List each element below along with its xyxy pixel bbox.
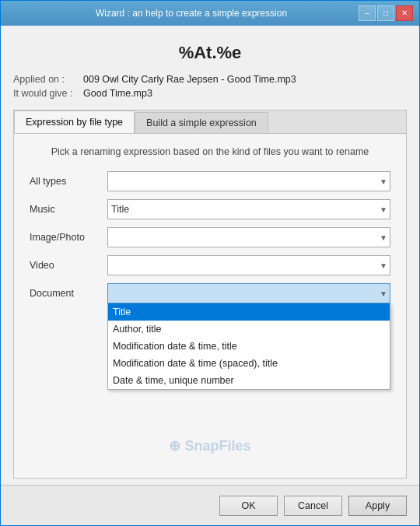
tab-expression-by-file-type[interactable]: Expression by file type (14, 110, 135, 133)
window-controls: – □ ✕ (359, 5, 413, 21)
document-label: Document (30, 288, 107, 299)
ok-button[interactable]: OK (219, 496, 278, 516)
music-select[interactable]: Title (107, 199, 390, 219)
all-types-select[interactable] (107, 171, 390, 191)
window-title: Wizard : an help to create a simple expr… (24, 8, 359, 19)
watermark: ⊕ SnapFiles (169, 437, 250, 454)
cancel-button[interactable]: Cancel (284, 496, 342, 516)
document-row: Document ▼ Title Author, title Modificat… (30, 283, 390, 303)
applied-label: Applied on : (13, 74, 83, 85)
video-label: Video (30, 260, 107, 271)
image-photo-row: Image/Photo ▼ (30, 227, 390, 247)
music-select-wrapper: Title ▼ (107, 199, 390, 219)
dropdown-item-title[interactable]: Title (108, 303, 390, 321)
all-types-select-wrapper: ▼ (107, 171, 390, 191)
video-row: Video ▼ (30, 255, 390, 275)
content-area: %At.%e Applied on : 009 Owl City Carly R… (1, 26, 419, 485)
tab-instruction: Pick a renaming expression based on the … (30, 146, 390, 157)
dropdown-item-mod-datetime-title[interactable]: Modification date & time, title (108, 338, 390, 355)
result-label: It would give : (13, 88, 83, 99)
tab-content-area: Pick a renaming expression based on the … (14, 134, 406, 478)
tabs-container: Expression by file type Build a simple e… (13, 110, 407, 479)
result-value: Good Time.mp3 (83, 88, 152, 99)
document-select[interactable] (107, 283, 390, 303)
maximize-button[interactable]: □ (377, 5, 394, 21)
document-select-wrapper: ▼ Title Author, title Modification date … (107, 283, 390, 303)
image-photo-label: Image/Photo (30, 232, 107, 243)
bottom-bar: OK Cancel Apply (1, 485, 419, 525)
tab-build-simple-expression[interactable]: Build a simple expression (135, 112, 268, 133)
applied-row: Applied on : 009 Owl City Carly Rae Jeps… (13, 74, 407, 85)
document-dropdown: Title Author, title Modification date & … (107, 303, 390, 390)
image-select[interactable] (107, 227, 390, 247)
apply-button[interactable]: Apply (348, 496, 407, 516)
title-bar: Wizard : an help to create a simple expr… (1, 1, 419, 26)
video-select-wrapper: ▼ (107, 255, 390, 275)
tab-bar: Expression by file type Build a simple e… (14, 110, 406, 134)
expression-display: %At.%e (13, 35, 407, 74)
dropdown-item-date-unique[interactable]: Date & time, unique number (108, 372, 390, 389)
close-button[interactable]: ✕ (396, 5, 413, 21)
minimize-button[interactable]: – (359, 5, 376, 21)
result-row: It would give : Good Time.mp3 (13, 88, 407, 99)
video-select[interactable] (107, 255, 390, 275)
music-label: Music (30, 204, 107, 215)
dropdown-item-author-title[interactable]: Author, title (108, 321, 390, 338)
applied-value: 009 Owl City Carly Rae Jepsen - Good Tim… (83, 74, 296, 85)
dropdown-item-mod-datetime-spaced[interactable]: Modification date & time (spaced), title (108, 355, 390, 372)
image-select-wrapper: ▼ (107, 227, 390, 247)
music-row: Music Title ▼ (30, 199, 390, 219)
all-types-row: All types ▼ (30, 171, 390, 191)
main-window: Wizard : an help to create a simple expr… (0, 0, 420, 526)
all-types-label: All types (30, 176, 107, 187)
info-section: Applied on : 009 Owl City Carly Rae Jeps… (13, 74, 407, 102)
